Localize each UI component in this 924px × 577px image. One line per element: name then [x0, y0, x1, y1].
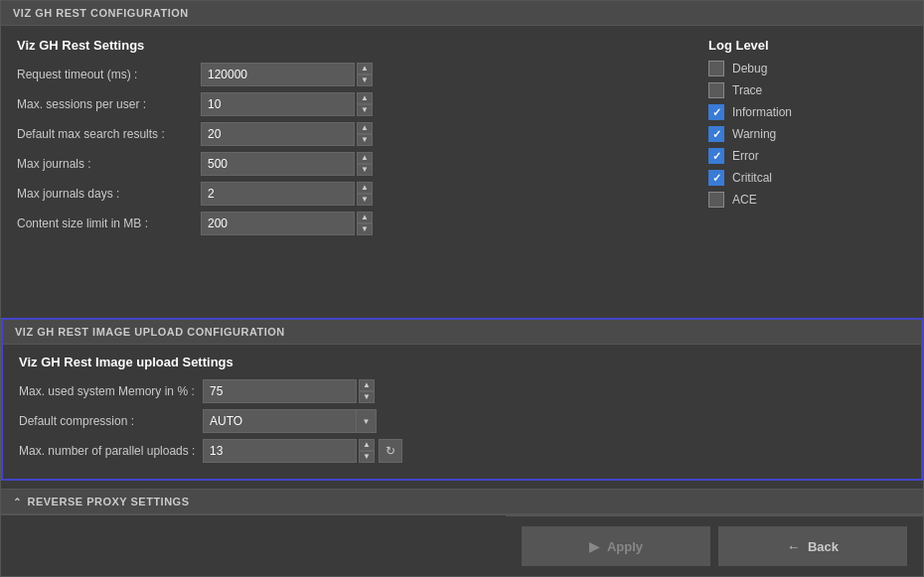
input-group-max-search: ▲ ▼	[201, 122, 373, 146]
label-max-journals: Max journals :	[17, 157, 201, 171]
label-parallel-uploads: Max. number of parallel uploads :	[19, 444, 203, 458]
form-row-max-sessions: Max. sessions per user : ▲ ▼	[17, 92, 669, 116]
input-max-journals-days[interactable]	[201, 182, 355, 206]
spinner-up-max-journals-days[interactable]: ▲	[357, 182, 373, 194]
checkbox-row-critical: Crititcal	[708, 170, 907, 186]
spinner-up-max-memory[interactable]: ▲	[359, 379, 375, 391]
spinner-up-max-journals[interactable]: ▲	[357, 152, 373, 164]
checkbox-row-debug: Debug	[708, 61, 907, 76]
checkbox-label-trace: Trace	[732, 83, 762, 97]
select-compression[interactable]: AUTO LOW MEDIUM HIGH	[203, 409, 357, 433]
image-upload-header: VIZ GH REST IMAGE UPLOAD CONFIGURATION	[3, 320, 921, 345]
main-section-header: VIZ GH REST CONFIGURATION	[1, 1, 923, 26]
spinner-down-parallel-uploads[interactable]: ▼	[359, 451, 375, 463]
input-request-timeout[interactable]	[201, 63, 355, 86]
spinner-down-max-journals-days[interactable]: ▼	[357, 194, 373, 206]
checkbox-row-error: Error	[708, 148, 907, 164]
checkbox-label-debug: Debug	[732, 62, 767, 75]
image-upload-section: VIZ GH REST IMAGE UPLOAD CONFIGURATION V…	[1, 318, 923, 481]
form-row-content-size: Content size limit in MB : ▲ ▼	[17, 212, 669, 235]
label-request-timeout: Request timeout (ms) :	[17, 68, 201, 81]
label-max-sessions: Max. sessions per user :	[17, 97, 201, 111]
spinner-up-content-size[interactable]: ▲	[357, 212, 373, 223]
spinner-up-max-search[interactable]: ▲	[357, 122, 373, 134]
checkbox-ace[interactable]	[708, 192, 724, 208]
footer-buttons: ▶ Apply ← Back	[506, 515, 923, 576]
input-parallel-uploads[interactable]	[203, 439, 357, 463]
spinner-down-content-size[interactable]: ▼	[357, 223, 373, 235]
spinner-down-max-journals[interactable]: ▼	[357, 164, 373, 176]
input-max-journals[interactable]	[201, 152, 355, 176]
spinner-parallel-uploads: ▲ ▼	[359, 439, 375, 463]
back-label: Back	[808, 539, 839, 554]
input-max-memory[interactable]	[203, 379, 357, 403]
label-content-size: Content size limit in MB :	[17, 216, 201, 230]
reverse-proxy-header[interactable]: ⌃ REVERSE PROXY SETTINGS	[1, 490, 923, 514]
top-content-area: Viz GH Rest Settings Request timeout (ms…	[1, 26, 923, 310]
log-level-header: Log Level	[708, 38, 907, 53]
spinner-up-request-timeout[interactable]: ▲	[357, 63, 373, 74]
input-group-max-journals: ▲ ▼	[201, 152, 373, 176]
top-section: Viz GH Rest Settings Request timeout (ms…	[17, 38, 907, 241]
back-button[interactable]: ← Back	[718, 526, 907, 566]
spinner-down-max-sessions[interactable]: ▼	[357, 104, 373, 116]
checkbox-row-information: Information	[708, 104, 907, 120]
form-row-request-timeout: Request timeout (ms) : ▲ ▼	[17, 63, 669, 86]
spinner-max-memory: ▲ ▼	[359, 379, 375, 403]
checkbox-label-warning: Warning	[732, 127, 776, 141]
spinner-down-max-search[interactable]: ▼	[357, 134, 373, 146]
checkbox-label-critical: Crititcal	[732, 171, 772, 185]
input-group-max-sessions: ▲ ▼	[201, 92, 373, 116]
spinner-up-max-sessions[interactable]: ▲	[357, 92, 373, 104]
form-row-max-search: Default max search results : ▲ ▼	[17, 122, 669, 146]
spinner-request-timeout: ▲ ▼	[357, 63, 373, 86]
footer: ▶ Apply ← Back	[1, 514, 923, 576]
image-upload-content: Viz GH Rest Image upload Settings Max. u…	[3, 345, 921, 479]
log-level-panel: Log Level Debug Trace Information Warnin…	[708, 38, 907, 241]
spinner-max-journals-days: ▲ ▼	[357, 182, 373, 206]
checkbox-debug[interactable]	[708, 61, 724, 76]
form-row-parallel-uploads: Max. number of parallel uploads : ▲ ▼ ↻	[19, 439, 905, 463]
select-arrow-icon: ▼	[357, 409, 377, 433]
checkbox-row-ace: ACE	[708, 192, 907, 208]
form-row-max-journals: Max journals : ▲ ▼	[17, 152, 669, 176]
input-content-size[interactable]	[201, 212, 355, 235]
spinner-up-parallel-uploads[interactable]: ▲	[359, 439, 375, 451]
apply-label: Apply	[607, 539, 643, 554]
input-max-sessions[interactable]	[201, 92, 355, 116]
select-wrapper-compression: AUTO LOW MEDIUM HIGH ▼	[203, 409, 377, 433]
checkbox-warning[interactable]	[708, 126, 724, 142]
label-max-memory: Max. used system Memory in % :	[19, 384, 203, 398]
form-row-max-memory: Max. used system Memory in % : ▲ ▼	[19, 379, 905, 403]
spinner-content-size: ▲ ▼	[357, 212, 373, 235]
back-icon: ←	[787, 539, 800, 554]
input-group-parallel-uploads: ▲ ▼ ↻	[203, 439, 402, 463]
checkbox-row-trace: Trace	[708, 82, 907, 98]
checkbox-information[interactable]	[708, 104, 724, 120]
input-group-max-journals-days: ▲ ▼	[201, 182, 373, 206]
spinner-down-max-memory[interactable]: ▼	[359, 391, 375, 403]
checkbox-trace[interactable]	[708, 82, 724, 98]
collapse-icon: ⌃	[13, 497, 22, 507]
reverse-proxy-section: ⌃ REVERSE PROXY SETTINGS	[1, 489, 923, 514]
spinner-max-sessions: ▲ ▼	[357, 92, 373, 116]
checkbox-error[interactable]	[708, 148, 724, 164]
checkbox-critical[interactable]	[708, 170, 724, 186]
label-max-journals-days: Max journals days :	[17, 187, 201, 201]
refresh-button[interactable]: ↻	[379, 439, 402, 463]
settings-panel: Viz GH Rest Settings Request timeout (ms…	[17, 38, 669, 241]
input-group-content-size: ▲ ▼	[201, 212, 373, 235]
input-max-search[interactable]	[201, 122, 355, 146]
apply-icon: ▶	[589, 539, 599, 554]
checkbox-label-information: Information	[732, 105, 792, 119]
checkbox-label-error: Error	[732, 149, 759, 163]
image-upload-title: VIZ GH REST IMAGE UPLOAD CONFIGURATION	[15, 326, 285, 338]
input-group-request-timeout: ▲ ▼	[201, 63, 373, 86]
main-title: VIZ GH REST CONFIGURATION	[13, 7, 189, 19]
settings-sub-header: Viz GH Rest Settings	[17, 38, 669, 53]
apply-button[interactable]: ▶ Apply	[522, 526, 710, 566]
spinner-down-request-timeout[interactable]: ▼	[357, 74, 373, 86]
footer-empty	[1, 515, 506, 576]
label-max-search: Default max search results :	[17, 127, 201, 141]
spinner-max-journals: ▲ ▼	[357, 152, 373, 176]
